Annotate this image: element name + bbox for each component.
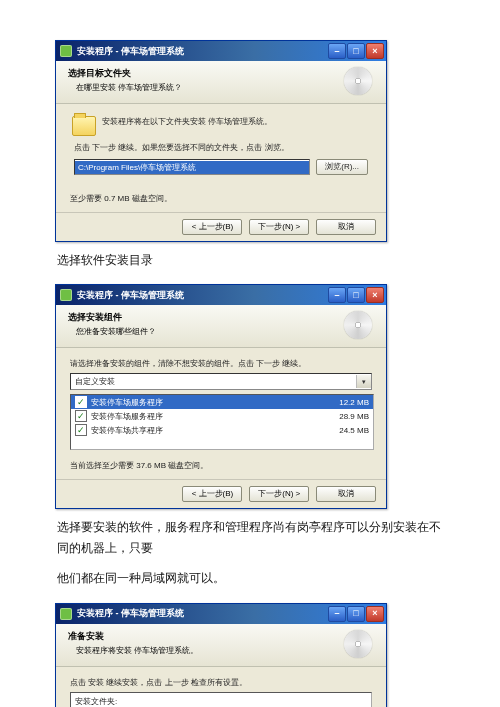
disc-icon [344,630,372,658]
caption-1: 选择软件安装目录 [57,250,445,270]
instructions: 点击 安装 继续安装，点击 上一步 检查所有设置。 [70,677,372,688]
footer: < 上一步(B) 下一步(N) > 取消 [56,212,386,241]
summary-box[interactable]: 安装文件夹: C:\Program Files\停车场管理系统 安装类型: 自定… [70,692,372,707]
close-button[interactable]: × [366,43,384,59]
app-icon [60,289,72,301]
header: 选择安装组件 您准备安装哪些组件？ [56,305,386,348]
checkbox-icon[interactable]: ✓ [75,410,87,422]
folder-line: 安装程序将在以下文件夹安装 停车场管理系统。 [102,116,272,127]
instructions: 点击 下一步 继续。如果您要选择不同的文件夹，点击 浏览。 [74,142,372,153]
minimize-button[interactable]: – [328,606,346,622]
header-title: 准备安装 [68,630,344,643]
footer: < 上一步(B) 下一步(N) > 取消 [56,479,386,508]
checkbox-icon[interactable]: ✓ [75,424,87,436]
component-size: 24.5 MB [339,426,369,435]
close-button[interactable]: × [366,606,384,622]
header: 选择目标文件夹 在哪里安装 停车场管理系统？ [56,61,386,104]
header-title: 选择安装组件 [68,311,344,324]
folder-icon [72,116,96,136]
maximize-button[interactable]: □ [347,287,365,303]
maximize-button[interactable]: □ [347,43,365,59]
body: 安装程序将在以下文件夹安装 停车场管理系统。 点击 下一步 继续。如果您要选择不… [56,104,386,212]
component-name: 安装停车场共享程序 [91,425,335,436]
component-name: 安装停车场服务程序 [91,397,335,408]
header-subtitle: 安装程序将安装 停车场管理系统。 [68,645,344,656]
window-title: 安装程序 - 停车场管理系统 [77,607,328,620]
next-button[interactable]: 下一步(N) > [249,486,309,502]
header-subtitle: 您准备安装哪些组件？ [68,326,344,337]
titlebar: 安装程序 - 停车场管理系统 – □ × [56,604,386,624]
app-icon [60,608,72,620]
component-size: 28.9 MB [339,412,369,421]
browse-button[interactable]: 浏览(R)... [316,159,368,175]
header-subtitle: 在哪里安装 停车场管理系统？ [68,82,344,93]
next-button[interactable]: 下一步(N) > [249,219,309,235]
back-button[interactable]: < 上一步(B) [182,219,242,235]
installer-dialog-ready: 安装程序 - 停车场管理系统 – □ × 准备安装 安装程序将安装 停车场管理系… [55,603,387,707]
body: 点击 安装 继续安装，点击 上一步 检查所有设置。 安装文件夹: C:\Prog… [56,667,386,707]
chevron-down-icon: ▾ [356,375,371,388]
component-name: 安装停车场服务程序 [91,411,335,422]
install-path-value: C:\Program Files\停车场管理系统 [75,161,309,174]
checkbox-icon[interactable]: ✓ [75,396,87,408]
caption-2-line2: 他们都在同一种局域网就可以。 [57,568,445,588]
close-button[interactable]: × [366,287,384,303]
maximize-button[interactable]: □ [347,606,365,622]
header-title: 选择目标文件夹 [68,67,344,80]
header: 准备安装 安装程序将安装 停车场管理系统。 [56,624,386,667]
component-item[interactable]: ✓ 安装停车场共享程序 24.5 MB [71,423,373,437]
minimize-button[interactable]: – [328,43,346,59]
combo-value: 自定义安装 [75,376,115,387]
component-list[interactable]: ✓ 安装停车场服务程序 12.2 MB ✓ 安装停车场服务程序 28.9 MB … [70,394,374,450]
titlebar: 安装程序 - 停车场管理系统 – □ × [56,285,386,305]
component-item[interactable]: ✓ 安装停车场服务程序 28.9 MB [71,409,373,423]
instructions: 请选择准备安装的组件，清除不想安装的组件。点击 下一步 继续。 [70,358,372,369]
window-title: 安装程序 - 停车场管理系统 [77,45,328,58]
disc-icon [344,67,372,95]
disc-icon [344,311,372,339]
install-path-input[interactable]: C:\Program Files\停车场管理系统 [74,159,310,175]
body: 请选择准备安装的组件，清除不想安装的组件。点击 下一步 继续。 自定义安装 ▾ … [56,348,386,479]
titlebar: 安装程序 - 停车场管理系统 – □ × [56,41,386,61]
cancel-button[interactable]: 取消 [316,219,376,235]
disk-space-label: 当前选择至少需要 37.6 MB 磁盘空间。 [70,460,372,471]
window-title: 安装程序 - 停车场管理系统 [77,289,328,302]
app-icon [60,45,72,57]
install-type-combo[interactable]: 自定义安装 ▾ [70,373,372,390]
installer-dialog-select-components: 安装程序 - 停车场管理系统 – □ × 选择安装组件 您准备安装哪些组件？ 请… [55,284,387,509]
cancel-button[interactable]: 取消 [316,486,376,502]
back-button[interactable]: < 上一步(B) [182,486,242,502]
caption-2-line1: 选择要安装的软件，服务程序和管理程序尚有岗亭程序可以分别安装在不同的机器上，只要 [57,517,445,558]
component-size: 12.2 MB [339,398,369,407]
component-item[interactable]: ✓ 安装停车场服务程序 12.2 MB [71,395,373,409]
disk-space-label: 至少需要 0.7 MB 磁盘空间。 [70,193,372,204]
installer-dialog-select-folder: 安装程序 - 停车场管理系统 – □ × 选择目标文件夹 在哪里安装 停车场管理… [55,40,387,242]
minimize-button[interactable]: – [328,287,346,303]
